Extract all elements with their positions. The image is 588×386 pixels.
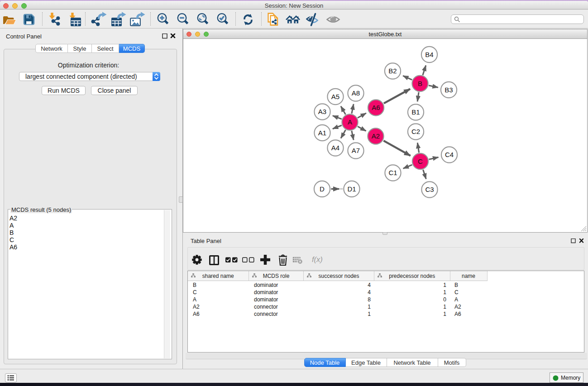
svg-text:f(x): f(x) xyxy=(312,255,323,263)
svg-text:B3: B3 xyxy=(445,86,453,94)
svg-text:B: B xyxy=(418,80,422,87)
svg-text:A6: A6 xyxy=(372,104,380,111)
svg-text:D1: D1 xyxy=(347,185,356,193)
svg-text:C2: C2 xyxy=(411,128,420,135)
svg-text:C3: C3 xyxy=(425,186,434,193)
svg-text:B2: B2 xyxy=(388,67,397,75)
svg-text:B1: B1 xyxy=(411,108,420,116)
svg-text:A4: A4 xyxy=(331,144,339,152)
svg-text:C1: C1 xyxy=(388,169,397,176)
svg-text:C: C xyxy=(418,157,423,165)
svg-text:D: D xyxy=(320,185,325,193)
svg-text:A3: A3 xyxy=(318,108,326,115)
svg-text:A2: A2 xyxy=(372,132,380,140)
svg-text:A: A xyxy=(348,118,352,126)
svg-text:C4: C4 xyxy=(445,151,454,158)
svg-text:B4: B4 xyxy=(425,51,433,58)
svg-text:A1: A1 xyxy=(318,129,326,137)
svg-text:A5: A5 xyxy=(331,93,339,100)
svg-text:A7: A7 xyxy=(352,147,360,154)
svg-text:A8: A8 xyxy=(352,89,360,97)
